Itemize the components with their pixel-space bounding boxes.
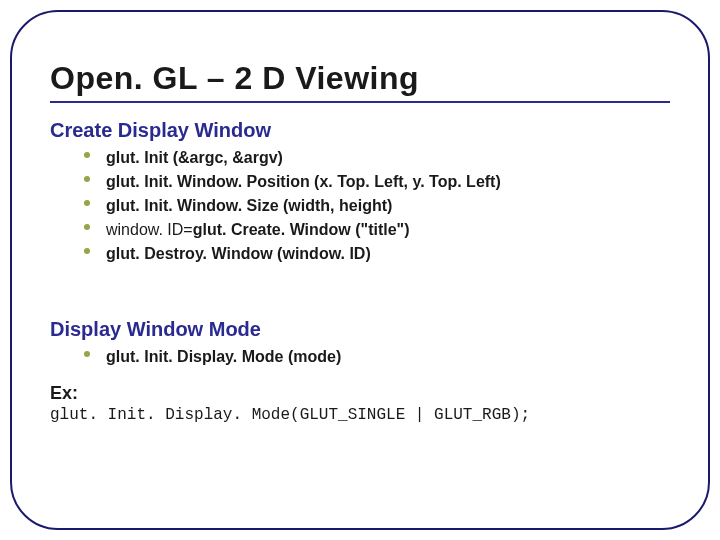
section1-list: glut. Init (&argc, &argv) glut. Init. Wi… xyxy=(50,146,670,266)
slide-title: Open. GL – 2 D Viewing xyxy=(50,60,670,97)
bullet-icon xyxy=(84,176,90,182)
example-label: Ex: xyxy=(50,383,670,404)
section1-heading: Create Display Window xyxy=(50,119,670,142)
list-item-bold: glut. Init. Display. Mode (mode) xyxy=(106,348,341,365)
list-item: glut. Init. Window. Size (width, height) xyxy=(106,194,670,218)
list-item-bold: glut. Destroy. Window xyxy=(106,245,277,262)
section2-list: glut. Init. Display. Mode (mode) xyxy=(50,345,670,369)
title-underline xyxy=(50,101,670,103)
list-item-suffix: (window. ID) xyxy=(277,245,371,262)
bullet-icon xyxy=(84,200,90,206)
list-item-prefix: window. ID= xyxy=(106,221,193,238)
list-item-bold: glut. Init. Window. Position (x. Top. Le… xyxy=(106,173,501,190)
slide-content: Open. GL – 2 D Viewing Create Display Wi… xyxy=(50,60,670,500)
list-item-bold: glut. Create. Window ("title") xyxy=(193,221,410,238)
list-item-bold: glut. Init. Window. Size (width, height) xyxy=(106,197,392,214)
section2-heading: Display Window Mode xyxy=(50,318,670,341)
bullet-icon xyxy=(84,248,90,254)
bullet-icon xyxy=(84,351,90,357)
bullet-icon xyxy=(84,224,90,230)
list-item-bold: glut. Init (&argc, &argv) xyxy=(106,149,283,166)
list-item: glut. Init (&argc, &argv) xyxy=(106,146,670,170)
list-item: glut. Init. Window. Position (x. Top. Le… xyxy=(106,170,670,194)
list-item: glut. Destroy. Window (window. ID) xyxy=(106,242,670,266)
example-code: glut. Init. Display. Mode(GLUT_SINGLE | … xyxy=(50,406,670,424)
slide: Open. GL – 2 D Viewing Create Display Wi… xyxy=(0,0,720,540)
bullet-icon xyxy=(84,152,90,158)
list-item: glut. Init. Display. Mode (mode) xyxy=(106,345,670,369)
list-item: window. ID=glut. Create. Window ("title"… xyxy=(106,218,670,242)
